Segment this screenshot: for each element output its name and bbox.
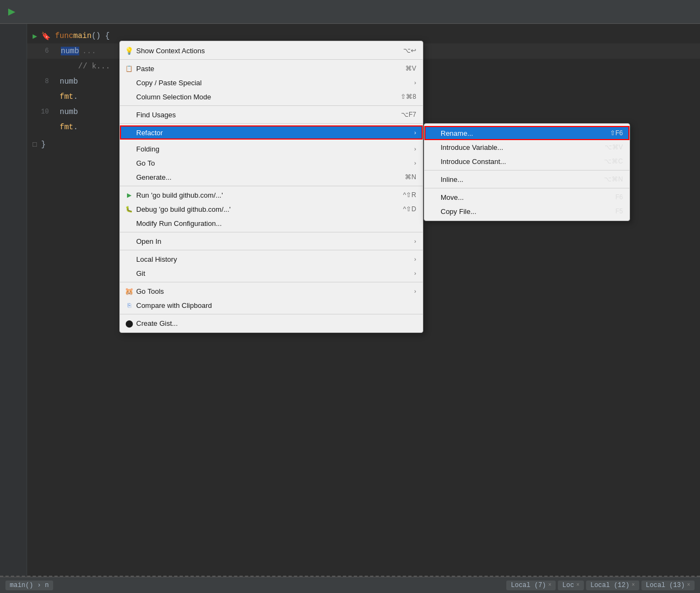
submenu-label-copy-file: Copy File... bbox=[441, 207, 604, 216]
menu-label-go-tools: Go Tools bbox=[136, 287, 411, 295]
submenu-item-inline[interactable]: Inline... ⌥⌘N bbox=[424, 172, 629, 186]
submenu-label-move: Move... bbox=[441, 193, 604, 201]
status-tab-local13[interactable]: Local (13) × bbox=[641, 581, 695, 590]
menu-label-run: Run 'go build github.com/...' bbox=[136, 191, 392, 199]
status-tab-breadcrumb[interactable]: main() › n bbox=[5, 581, 53, 590]
menu-label-find-usages: Find Usages bbox=[136, 111, 390, 119]
submenu-shortcut-introduce-variable: ⌥⌘V bbox=[604, 143, 623, 151]
menu-item-refactor[interactable]: Refactor › Rename... ⇧F6 Introduce Varia… bbox=[120, 125, 423, 140]
menu-item-paste[interactable]: 📋 Paste ⌘V bbox=[120, 61, 423, 75]
breadcrumb-text: main() › n bbox=[10, 582, 49, 589]
submenu-arrow-folding: › bbox=[414, 146, 416, 152]
separator-2 bbox=[120, 105, 423, 106]
tab-label-loc: Loc bbox=[562, 582, 574, 589]
menu-item-debug[interactable]: 🐛 Debug 'go build github.com/...' ^⇧D bbox=[120, 202, 423, 216]
run-gutter-icon: ▶ bbox=[33, 31, 37, 41]
submenu-shortcut-move: F6 bbox=[615, 193, 623, 201]
menu-shortcut-find-usages: ⌥F7 bbox=[401, 111, 416, 118]
menu-item-generate[interactable]: Generate... ⌘N bbox=[120, 170, 423, 184]
menu-label-copy-paste-special: Copy / Paste Special bbox=[136, 79, 411, 87]
status-tab-local12[interactable]: Local (12) × bbox=[586, 581, 639, 590]
editor-area: ▶ ▶ 🔖 func main() { 6 numb ... , 7 , 8 } bbox=[0, 0, 700, 593]
submenu-arrow-local-history: › bbox=[414, 256, 416, 262]
menu-item-goto[interactable]: Go To › bbox=[120, 156, 423, 170]
menu-item-run[interactable]: ▶ Run 'go build github.com/...' ^⇧R bbox=[120, 188, 423, 202]
submenu-item-copy-file[interactable]: Copy File... F5 bbox=[424, 204, 629, 218]
separator-5 bbox=[120, 232, 423, 232]
tab-label-local13: Local (13) bbox=[646, 582, 685, 589]
gotools-icon: 🐹 bbox=[124, 287, 134, 295]
close-tab-local12[interactable]: × bbox=[632, 582, 635, 588]
run-button[interactable]: ▶ bbox=[8, 4, 15, 19]
submenu-shortcut-inline: ⌥⌘N bbox=[604, 175, 623, 183]
menu-item-local-history[interactable]: Local History › bbox=[120, 252, 423, 266]
menu-label-folding: Folding bbox=[136, 145, 411, 153]
refactor-submenu: Rename... ⇧F6 Introduce Variable... ⌥⌘V … bbox=[424, 123, 630, 221]
submenu-label-introduce-variable: Introduce Variable... bbox=[441, 143, 594, 152]
submenu-arrow-goto: › bbox=[414, 160, 416, 166]
submenu-arrow-open-in: › bbox=[414, 238, 416, 244]
menu-item-modify-run[interactable]: Modify Run Configuration... bbox=[120, 216, 423, 230]
submenu-arrow-go-tools: › bbox=[414, 288, 416, 294]
submenu-item-move[interactable]: Move... F6 bbox=[424, 190, 629, 204]
menu-item-compare-clipboard[interactable]: ⎘ Compare with Clipboard bbox=[120, 298, 423, 312]
close-tab-local13[interactable]: × bbox=[687, 582, 690, 588]
close-tab-loc[interactable]: × bbox=[576, 582, 580, 588]
line-number-gutter bbox=[0, 24, 27, 577]
separator-8 bbox=[120, 314, 423, 314]
close-tab-local7[interactable]: × bbox=[548, 582, 551, 588]
menu-shortcut-debug: ^⇧D bbox=[403, 205, 416, 213]
submenu-item-introduce-variable[interactable]: Introduce Variable... ⌥⌘V bbox=[424, 140, 629, 154]
menu-item-folding[interactable]: Folding › bbox=[120, 142, 423, 156]
tab-label-local7: Local (7) bbox=[511, 582, 546, 589]
tab-label-local12: Local (12) bbox=[590, 582, 629, 589]
menu-item-show-context-actions[interactable]: 💡 Show Context Actions ⌥↩ bbox=[120, 43, 423, 58]
menu-shortcut-column-selection: ⇧⌘8 bbox=[400, 93, 416, 100]
menu-item-go-tools[interactable]: 🐹 Go Tools › bbox=[120, 284, 423, 298]
toolbar: ▶ bbox=[0, 0, 700, 24]
submenu-item-introduce-constant[interactable]: Introduce Constant... ⌥⌘C bbox=[424, 154, 629, 168]
menu-item-create-gist[interactable]: ⬤ Create Gist... bbox=[120, 316, 423, 330]
submenu-shortcut-introduce-constant: ⌥⌘C bbox=[604, 157, 623, 165]
menu-shortcut-show-context-actions: ⌥↩ bbox=[403, 47, 416, 54]
menu-item-open-in[interactable]: Open In › bbox=[120, 234, 423, 248]
menu-label-open-in: Open In bbox=[136, 237, 411, 245]
submenu-arrow-copy-paste: › bbox=[414, 79, 416, 86]
menu-label-local-history: Local History bbox=[136, 255, 411, 263]
submenu-shortcut-rename: ⇧F6 bbox=[610, 129, 623, 137]
submenu-label-inline: Inline... bbox=[441, 175, 593, 184]
status-tab-loc[interactable]: Loc × bbox=[558, 581, 584, 590]
separator-4 bbox=[120, 186, 423, 186]
separator-6 bbox=[120, 250, 423, 250]
debug-icon: 🐛 bbox=[124, 206, 134, 213]
menu-item-copy-paste-special[interactable]: Copy / Paste Special › bbox=[120, 75, 423, 90]
submenu-arrow-refactor: › bbox=[414, 129, 416, 136]
menu-label-refactor: Refactor bbox=[136, 129, 411, 137]
menu-label-git: Git bbox=[136, 269, 411, 277]
submenu-separator-1 bbox=[424, 170, 629, 171]
menu-label-show-context-actions: Show Context Actions bbox=[136, 47, 392, 55]
bookmark-icon: 🔖 bbox=[41, 31, 50, 41]
fold-icon: □ bbox=[33, 141, 37, 149]
github-icon: ⬤ bbox=[124, 319, 134, 327]
separator-3 bbox=[120, 123, 423, 124]
status-bar: main() › n Local (7) × Loc × Local (12) … bbox=[0, 577, 700, 593]
menu-item-git[interactable]: Git › bbox=[120, 266, 423, 280]
menu-item-find-usages[interactable]: Find Usages ⌥F7 bbox=[120, 108, 423, 122]
lightbulb-icon: 💡 bbox=[124, 47, 134, 55]
menu-label-compare-clipboard: Compare with Clipboard bbox=[136, 301, 416, 310]
menu-label-paste: Paste bbox=[136, 65, 394, 73]
menu-item-column-selection[interactable]: Column Selection Mode ⇧⌘8 bbox=[120, 90, 423, 104]
menu-label-modify-run: Modify Run Configuration... bbox=[136, 219, 416, 228]
status-tab-local7[interactable]: Local (7) × bbox=[506, 581, 556, 590]
separator-7 bbox=[120, 282, 423, 282]
menu-shortcut-run: ^⇧R bbox=[403, 191, 416, 199]
menu-label-debug: Debug 'go build github.com/...' bbox=[136, 205, 392, 213]
run-icon: ▶ bbox=[124, 192, 134, 199]
menu-shortcut-paste: ⌘V bbox=[405, 65, 416, 72]
submenu-label-introduce-constant: Introduce Constant... bbox=[441, 157, 593, 166]
submenu-arrow-git: › bbox=[414, 270, 416, 276]
menu-label-column-selection: Column Selection Mode bbox=[136, 93, 390, 101]
menu-label-generate: Generate... bbox=[136, 173, 394, 181]
submenu-item-rename[interactable]: Rename... ⇧F6 bbox=[424, 126, 629, 140]
